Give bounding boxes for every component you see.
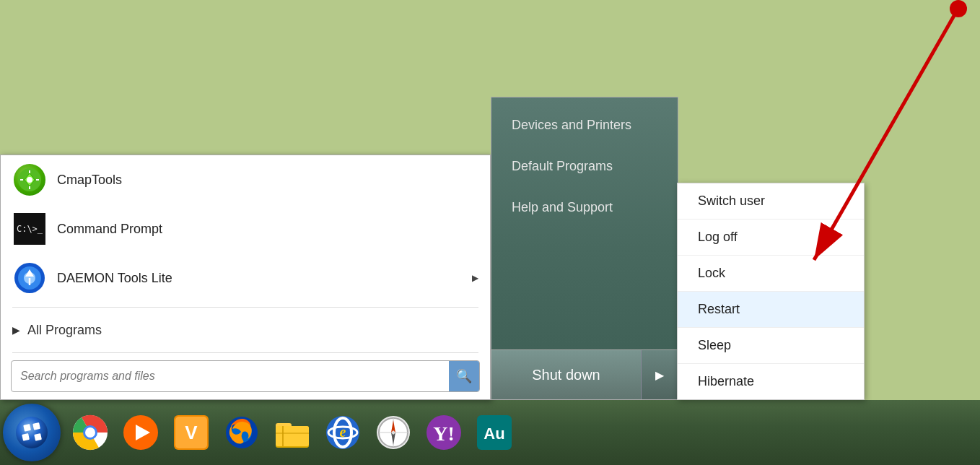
taskbar-chrome[interactable]	[65, 404, 115, 461]
search-icon: 🔍	[456, 368, 472, 384]
all-programs-label: All Programs	[27, 323, 102, 338]
cmd-icon: C:\>_	[12, 212, 47, 246]
taskbar: V	[0, 400, 980, 465]
taskbar-file-manager[interactable]	[267, 404, 318, 461]
switch-user-label: Switch user	[698, 194, 765, 208]
svg-rect-11	[23, 424, 31, 432]
hibernate-label: Hibernate	[698, 374, 754, 388]
devices-label: Devices and Printers	[512, 118, 631, 132]
submenu-switch-user[interactable]: Switch user	[678, 183, 864, 220]
taskbar-vmware[interactable]: V	[166, 404, 216, 461]
svg-rect-14	[34, 433, 42, 441]
search-button[interactable]: 🔍	[449, 361, 479, 391]
start-menu-left-panel: CmapTools C:\>_ Command Prompt	[1, 155, 490, 392]
right-menu-help[interactable]: Help and Support	[491, 187, 678, 228]
shutdown-arrow-icon: ▶	[655, 368, 664, 382]
start-button[interactable]	[3, 404, 61, 461]
help-label: Help and Support	[512, 200, 613, 214]
daemon-icon	[12, 261, 47, 295]
taskbar-yahoo[interactable]: Y!	[419, 404, 469, 461]
svg-text:V: V	[185, 422, 198, 443]
restart-label: Restart	[698, 302, 740, 316]
cmd-label: Command Prompt	[57, 222, 162, 237]
svg-point-17	[85, 427, 95, 438]
svg-point-8	[950, 0, 967, 17]
taskbar-firefox[interactable]	[216, 404, 267, 461]
sleep-label: Sleep	[698, 338, 731, 352]
submenu-lock[interactable]: Lock	[678, 256, 864, 292]
daemon-label: DAEMON Tools Lite	[57, 271, 172, 286]
cmaptools-label: CmapTools	[57, 173, 122, 188]
shutdown-label: Shut down	[532, 367, 600, 383]
menu-item-all-programs[interactable]: ▶ All Programs	[1, 312, 490, 348]
desktop: CmapTools C:\>_ Command Prompt	[0, 0, 980, 465]
svg-text:Au: Au	[484, 425, 504, 443]
search-input[interactable]	[12, 362, 449, 390]
power-submenu: Switch user Log off Lock Restart Sleep H…	[677, 183, 865, 400]
menu-divider	[12, 307, 478, 308]
right-menu-devices[interactable]: Devices and Printers	[491, 105, 678, 146]
menu-item-daemon[interactable]: DAEMON Tools Lite ▶	[1, 253, 490, 303]
submenu-sleep[interactable]: Sleep	[678, 328, 864, 364]
log-off-label: Log off	[698, 230, 738, 244]
start-menu: CmapTools C:\>_ Command Prompt	[0, 155, 491, 400]
taskbar-adobe-au[interactable]: Au	[469, 404, 520, 461]
menu-divider-bottom	[12, 352, 478, 353]
shutdown-button[interactable]: Shut down	[491, 350, 642, 399]
svg-text:e: e	[340, 424, 346, 440]
search-bar-container: 🔍	[11, 360, 480, 392]
taskbar-safari[interactable]	[368, 404, 419, 461]
svg-rect-12	[32, 422, 40, 430]
svg-point-10	[16, 417, 48, 448]
menu-item-cmd[interactable]: C:\>_ Command Prompt	[1, 204, 490, 253]
submenu-restart[interactable]: Restart	[678, 292, 864, 328]
taskbar-ie[interactable]: e	[318, 404, 368, 461]
right-menu-default-programs[interactable]: Default Programs	[491, 146, 678, 187]
submenu-hibernate[interactable]: Hibernate	[678, 364, 864, 399]
all-programs-arrow-icon: ▶	[12, 324, 20, 336]
daemon-arrow: ▶	[472, 273, 478, 283]
svg-text:Y!: Y!	[433, 422, 455, 445]
lock-label: Lock	[698, 266, 725, 280]
menu-item-cmaptools[interactable]: CmapTools	[1, 155, 490, 204]
svg-rect-13	[22, 433, 30, 441]
shutdown-arrow-button[interactable]: ▶	[642, 350, 678, 399]
cmaptools-icon	[12, 162, 47, 197]
svg-rect-27	[276, 426, 309, 446]
shutdown-bar: Shut down ▶	[491, 349, 678, 400]
svg-point-1	[27, 177, 32, 183]
submenu-log-off[interactable]: Log off	[678, 220, 864, 256]
default-programs-label: Default Programs	[512, 159, 613, 173]
taskbar-media-player[interactable]	[115, 404, 166, 461]
